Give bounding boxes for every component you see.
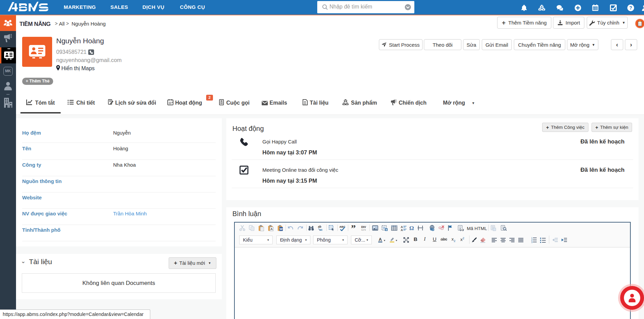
svg-text:”: ” xyxy=(351,225,356,231)
svg-text:DIV: DIV xyxy=(361,225,366,229)
svg-text:</>: </> xyxy=(461,229,464,231)
svg-text:3: 3 xyxy=(531,241,533,243)
svg-text:▼: ▼ xyxy=(383,239,386,242)
svg-text:W: W xyxy=(280,227,283,231)
svg-text:▼: ▼ xyxy=(395,239,397,242)
svg-text:?: ? xyxy=(629,5,632,11)
svg-text:A: A xyxy=(401,228,403,231)
svg-text:A: A xyxy=(379,237,382,242)
svg-text:</>: </> xyxy=(361,229,366,231)
svg-text:Ω: Ω xyxy=(409,225,414,231)
svg-text:A: A xyxy=(271,227,273,231)
svg-text:ac: ac xyxy=(319,228,323,231)
